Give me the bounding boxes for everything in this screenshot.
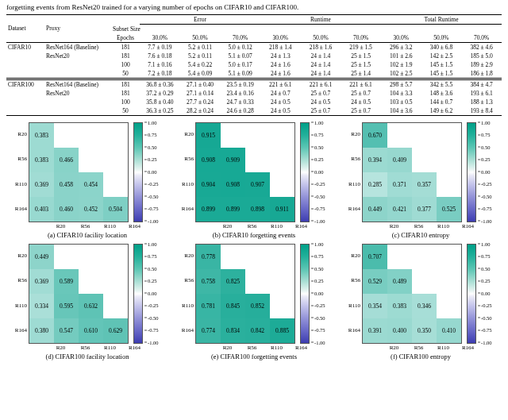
colorbar-gradient bbox=[300, 122, 310, 222]
heatmap-f: R20R56R110R1640.7070.5290.4890.3540.3830… bbox=[340, 244, 502, 360]
heatmap-cell bbox=[270, 245, 294, 269]
colorbar-tick: 0.50 bbox=[148, 265, 156, 271]
cell-dataset bbox=[6, 69, 44, 79]
heatmap-y-label: R20 bbox=[175, 244, 194, 268]
colorbar-tick: -0.75 bbox=[148, 206, 159, 211]
cell-value: 342 ± 5.5 bbox=[421, 79, 462, 89]
col-group-runtime: Runtime bbox=[260, 15, 381, 25]
heatmap-cell: 0.707 bbox=[363, 245, 387, 269]
heatmap-x-label: R164 bbox=[122, 222, 147, 229]
colorbar-tick: -1.00 bbox=[314, 339, 325, 345]
results-table: Dataset Proxy Error Runtime Total Runtim… bbox=[6, 14, 502, 116]
heatmap-cell: 0.852 bbox=[245, 294, 270, 318]
cell-epochs: 181 bbox=[111, 89, 140, 98]
cell-value: 296 ± 3.2 bbox=[381, 42, 421, 52]
cell-value: 27.1 ± 0.14 bbox=[180, 89, 221, 98]
heatmap-cell bbox=[79, 148, 103, 172]
heatmap-row: R20R56R110R1640.7070.5290.4890.3540.3830… bbox=[341, 244, 500, 344]
heatmap-cell bbox=[103, 294, 128, 318]
cell-value: 221 ± 6.1 bbox=[341, 79, 381, 89]
heatmap-row: R20R56R110R1640.3830.3830.4660.3690.4580… bbox=[8, 122, 167, 222]
col-size: 30.0% bbox=[381, 33, 421, 43]
heatmap-cell bbox=[79, 269, 103, 294]
heatmap-cell bbox=[437, 172, 461, 197]
heatmap-cell: 0.394 bbox=[363, 148, 387, 172]
heatmap-c: R20R56R110R1640.6700.3940.4090.2850.3710… bbox=[340, 122, 502, 239]
heatmap-grid: R20R56R110R1640.3830.3830.4660.3690.4580… bbox=[6, 122, 502, 360]
heatmap-cell bbox=[221, 123, 245, 148]
cell-value: 145 ± 1.5 bbox=[421, 60, 462, 69]
colorbar-tick: 0.75 bbox=[481, 253, 490, 259]
heatmap-y-labels: R20R56R110R164 bbox=[341, 244, 362, 344]
heatmap-x-label: R164 bbox=[289, 222, 314, 229]
heatmap-cell bbox=[412, 148, 437, 172]
cell-epochs: 181 bbox=[111, 42, 140, 52]
cell-value: 25 ± 1.5 bbox=[341, 60, 381, 69]
colorbar-tick: -0.50 bbox=[314, 314, 325, 320]
table-row: CIFAR10ResNet164 (Baseline)1817.7 ± 0.19… bbox=[6, 42, 502, 52]
colorbar-tick: 0.75 bbox=[314, 253, 323, 259]
heatmap-y-label: R56 bbox=[341, 268, 360, 293]
col-size: 30.0% bbox=[260, 33, 301, 43]
heatmap-y-label: R110 bbox=[175, 172, 194, 197]
cell-dataset bbox=[6, 89, 44, 98]
heatmap-y-labels: R20R56R110R164 bbox=[175, 244, 195, 344]
heatmap-matrix: 0.3830.3830.4660.3690.4580.4540.4030.460… bbox=[29, 122, 129, 222]
col-size: 30.0% bbox=[140, 33, 180, 43]
heatmap-x-label: R110 bbox=[98, 222, 122, 229]
cell-epochs: 181 bbox=[111, 52, 140, 60]
cell-value: 103 ± 0.5 bbox=[381, 98, 421, 106]
heatmap-cell: 0.834 bbox=[221, 318, 245, 343]
heatmap-cell bbox=[79, 123, 103, 148]
heatmap-x-label: R56 bbox=[406, 222, 431, 229]
heatmap-cell: 0.825 bbox=[221, 269, 245, 294]
heatmap-cell: 0.899 bbox=[221, 197, 245, 222]
cell-value: 35.8 ± 0.40 bbox=[140, 98, 180, 106]
colorbar-tick: 0.75 bbox=[148, 253, 156, 259]
heatmap-cell: 0.907 bbox=[245, 172, 270, 197]
heatmap-cell bbox=[437, 123, 461, 148]
heatmap-cell: 0.354 bbox=[363, 294, 387, 318]
colorbar-gradient bbox=[467, 244, 476, 344]
col-group-total: Total Runtime bbox=[381, 15, 502, 25]
table-row: CIFAR100ResNet164 (Baseline)18136.8 ± 0.… bbox=[6, 79, 502, 89]
col-size: 50.0% bbox=[421, 33, 462, 43]
cell-value: 24 ± 0.7 bbox=[260, 89, 301, 98]
heatmap-cell bbox=[270, 148, 294, 172]
colorbar-tick: 0.25 bbox=[481, 156, 490, 162]
col-subset-size: Subset Size bbox=[111, 25, 140, 33]
colorbar-tick: -1.00 bbox=[481, 339, 492, 345]
cell-value: 5.1 ± 0.07 bbox=[220, 52, 260, 60]
cell-value: 36.8 ± 0.36 bbox=[140, 79, 180, 89]
cell-value: 382 ± 4.6 bbox=[461, 42, 502, 52]
heatmap-cell: 0.371 bbox=[387, 172, 412, 197]
cell-proxy: ResNet20 bbox=[44, 89, 111, 98]
colorbar-tick: -0.25 bbox=[314, 302, 325, 308]
colorbar-tick: 0.25 bbox=[314, 278, 323, 283]
heatmap-cell: 0.595 bbox=[54, 294, 79, 318]
col-size: 50.0% bbox=[180, 33, 221, 43]
heatmap-x-label: R110 bbox=[431, 222, 456, 229]
colorbar-tick: 0.75 bbox=[481, 132, 490, 137]
cell-value: 24 ± 1.6 bbox=[260, 60, 301, 69]
cell-dataset: CIFAR100 bbox=[6, 79, 44, 89]
colorbar-tick: 1.00 bbox=[481, 119, 490, 125]
cell-value: 24 ± 1.4 bbox=[301, 60, 341, 69]
cell-value: 101 ± 2.6 bbox=[381, 52, 421, 60]
colorbar-tick: -0.75 bbox=[314, 206, 325, 211]
heatmap-caption: (d) CIFAR100 facility location bbox=[46, 353, 129, 360]
heatmap-cell: 0.391 bbox=[363, 318, 387, 343]
heatmap-y-label: R56 bbox=[8, 268, 27, 293]
heatmap-x-label: R56 bbox=[240, 222, 264, 229]
heatmap-cell: 0.908 bbox=[196, 148, 221, 172]
heatmap-y-label: R20 bbox=[341, 122, 360, 147]
heatmap-cell bbox=[387, 123, 412, 148]
colorbar: 1.000.750.500.250.00-0.25-0.50-0.75-1.00 bbox=[300, 122, 333, 222]
heatmap-caption: (a) CIFAR10 facility location bbox=[48, 231, 127, 239]
heatmap-y-label: R164 bbox=[341, 197, 360, 222]
cell-value: 189 ± 2.9 bbox=[461, 60, 502, 69]
heatmap-cell: 0.369 bbox=[29, 269, 54, 294]
heatmap-cell: 0.525 bbox=[437, 197, 461, 222]
cell-value: 102 ± 1.9 bbox=[381, 60, 421, 69]
heatmap-caption: (b) CIFAR10 forgetting events bbox=[213, 231, 295, 239]
